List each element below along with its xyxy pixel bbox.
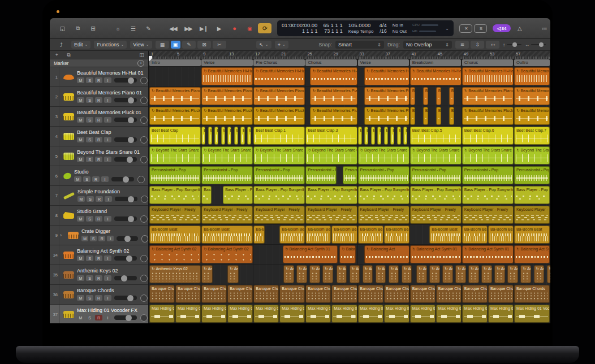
solo-button[interactable]: S <box>90 236 97 241</box>
region[interactable]: Max Hiding 01 Vocoder FX <box>227 305 253 323</box>
add-track-button[interactable]: + <box>51 51 62 58</box>
pan-knob[interactable] <box>141 235 148 242</box>
region[interactable]: ↻Beautiful Memories Pluck 01.1 <box>201 107 253 125</box>
stop-button[interactable]: ▶❙ <box>197 23 210 33</box>
volume-knob[interactable] <box>128 196 134 202</box>
mute-button[interactable]: M <box>77 295 84 301</box>
region[interactable]: ↻Beyond The Stars Snare 02 <box>253 146 305 164</box>
volume-slider[interactable] <box>115 197 137 201</box>
region[interactable]: Ba-Boom Beat <box>149 226 201 244</box>
track-header[interactable]: 37Max Hiding 01 Vocoder FXMSRI <box>50 305 148 323</box>
region[interactable]: ↻Beyond The Stars Snare 01 <box>149 146 201 164</box>
region[interactable]: Ba-Boom Beat <box>514 226 550 244</box>
section-marker[interactable]: Verse <box>358 59 409 66</box>
view-menu[interactable]: View ⌄ <box>130 41 152 49</box>
region[interactable]: Keyboard Player - Freely <box>253 206 305 224</box>
waveform-zoom-icon[interactable]: ≋ <box>455 41 469 49</box>
region[interactable]: ↻Beyond The Stars Snare 01.2 <box>462 146 514 164</box>
automation-icon[interactable]: ✎ <box>141 23 155 33</box>
add-marker-button[interactable]: + <box>137 60 144 67</box>
region[interactable]: Baroque Chords <box>410 285 436 303</box>
region[interactable]: Percussionist - Pop <box>149 166 201 184</box>
region[interactable]: ↻Anthemic Keys 02 <box>547 265 550 283</box>
region[interactable]: Baroque Chords <box>175 285 201 303</box>
input-monitor-button[interactable]: I <box>104 255 111 261</box>
record-enable-button[interactable]: R <box>95 117 102 123</box>
region[interactable]: ↻Anthemic Keys 02 <box>442 265 453 283</box>
play-button[interactable]: ▶ <box>212 23 226 33</box>
region[interactable]: Bass Player - Pop Songwriter <box>514 186 550 204</box>
region[interactable]: ↻Anthemic Keys 02 <box>429 265 440 283</box>
region[interactable]: Max Hiding 01 Vocoder FX <box>201 305 227 323</box>
slider-knob[interactable] <box>539 42 544 47</box>
region[interactable]: Percuss <box>343 166 357 184</box>
region[interactable]: ↻Balancing Act Synth 02 <box>149 245 201 263</box>
solo-button[interactable]: S <box>83 176 90 182</box>
input-monitor-button[interactable]: I <box>104 216 111 222</box>
region[interactable]: Ba-Boom Beat <box>331 226 357 244</box>
region[interactable]: ↻Balancing Act Synth 01 <box>462 245 514 263</box>
record-enable-button[interactable]: R <box>98 236 105 241</box>
region[interactable]: Percussionist - Pop <box>410 166 462 184</box>
mute-button[interactable]: M <box>77 77 84 83</box>
volume-knob[interactable] <box>128 216 134 222</box>
duplicate-track-button[interactable]: ⧉ <box>63 51 74 58</box>
volume-knob[interactable] <box>124 236 131 242</box>
region[interactable]: ↻Beautiful Memories Pluck 01 <box>149 107 201 125</box>
track-header[interactable]: 8Studio GrandMSRI <box>50 206 148 226</box>
region[interactable]: B <box>201 127 205 145</box>
input-monitor-button[interactable]: I <box>104 137 111 142</box>
pan-knob[interactable] <box>137 176 145 183</box>
region[interactable]: B <box>227 127 231 145</box>
region[interactable]: Baroque Chords <box>305 285 331 303</box>
region[interactable]: B <box>371 127 375 145</box>
region[interactable]: ↻Beautiful Memories Piano 02.2 <box>364 87 409 105</box>
section-marker[interactable]: Outtro <box>514 59 550 66</box>
region[interactable]: B <box>221 127 225 145</box>
input-monitor-button[interactable]: I <box>104 315 111 320</box>
volume-knob[interactable] <box>128 117 134 123</box>
region[interactable]: ↻Beautiful Memories Pluck 01.2 <box>514 107 550 125</box>
pointer-tool-menu[interactable]: ↖ ⌄ <box>256 41 271 49</box>
region[interactable]: ↻Anthemic Keys 02 <box>149 265 201 283</box>
region[interactable]: ↻Beautiful Memories Pluck 02 <box>310 107 357 125</box>
record-enable-button[interactable]: R <box>92 176 100 182</box>
input-monitor-button[interactable]: I <box>104 117 111 123</box>
region[interactable]: Ba-Boom Beat <box>358 226 383 244</box>
region[interactable]: Bass Player - Pop So <box>223 186 253 204</box>
region[interactable]: Bass Player - Pop Songwriter <box>305 186 357 204</box>
scissors-tool-icon[interactable]: ✂ <box>213 41 226 49</box>
region[interactable]: ↻Beautiful Memories Piano 02 <box>253 87 305 105</box>
region[interactable]: B <box>403 127 407 145</box>
region[interactable]: ↻Anthemic Keys 02 <box>455 265 466 283</box>
solo-button[interactable]: S <box>86 216 93 222</box>
volume-knob[interactable] <box>127 157 133 163</box>
region[interactable]: Max Hiding 01 Vocoder FX <box>488 305 514 323</box>
input-monitor-button[interactable]: I <box>104 77 111 83</box>
region[interactable]: ↻Balancing <box>339 245 356 263</box>
mute-button[interactable]: M <box>77 157 84 162</box>
pan-knob[interactable] <box>140 255 148 262</box>
track-header[interactable]: 4Beet Beat ClapMSRI <box>50 127 148 146</box>
region[interactable]: Max Hiding 01 Vocoder FX <box>253 305 279 323</box>
section-marker[interactable]: Intro <box>149 59 201 66</box>
volume-knob[interactable] <box>128 137 134 143</box>
region[interactable]: Keyboard Player - Freely <box>149 206 201 224</box>
pan-knob[interactable] <box>141 196 148 203</box>
region[interactable]: Baroque Chords <box>331 285 357 303</box>
volume-slider[interactable] <box>114 98 137 102</box>
record-enable-button[interactable]: R <box>95 77 102 83</box>
region[interactable]: Be <box>436 107 441 125</box>
vertical-auto-zoom-icon[interactable]: ⇳ <box>471 41 484 49</box>
mute-button[interactable]: M <box>77 137 84 142</box>
region[interactable]: ↻Beyond The Stars Snare 02.1 <box>305 146 357 164</box>
region[interactable]: Beet Beat Clap <box>149 127 201 145</box>
input-monitor-button[interactable]: I <box>104 295 111 301</box>
region[interactable]: B <box>247 127 251 145</box>
region[interactable]: Max Hiding 01 Vocoder FX <box>279 305 305 323</box>
input-monitor-button[interactable]: I <box>104 157 111 162</box>
mute-button[interactable]: M <box>81 236 88 241</box>
region[interactable]: Percussionist - P <box>305 166 336 184</box>
track-header[interactable]: 6StudioMSRI <box>50 166 148 186</box>
cycle-button[interactable]: ⟳ <box>258 23 271 33</box>
